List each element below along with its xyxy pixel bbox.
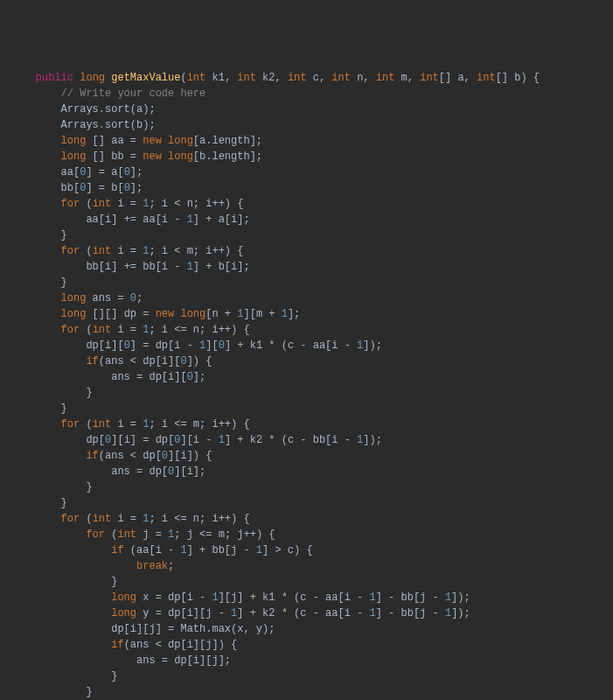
code-token: for xyxy=(61,418,80,430)
code-token xyxy=(162,135,168,147)
code-line: long x = dp[i - 1][j] + k1 * (c - aa[i -… xyxy=(10,590,603,606)
code-token: ][ xyxy=(205,340,218,352)
code-token: if xyxy=(86,450,98,462)
code-editor[interactable]: public long getMaxValue(int k1, int k2, … xyxy=(10,70,603,700)
code-line: } xyxy=(10,401,603,416)
code-line: if(ans < dp[i][j]) { xyxy=(10,637,603,653)
code-token: int xyxy=(93,418,112,430)
code-token: Arrays.sort(a); xyxy=(61,103,156,116)
code-token: ] + a[i]; xyxy=(193,214,250,226)
code-line: } xyxy=(10,574,603,590)
code-token: } xyxy=(86,686,92,698)
code-line: bb[0] = b[0]; xyxy=(10,180,603,196)
code-token: i = xyxy=(111,245,143,257)
code-token: ][i] = dp[ xyxy=(111,434,174,446)
code-token: Arrays.sort(b); xyxy=(61,119,156,131)
code-line: if(ans < dp[0][i]) { xyxy=(10,448,603,464)
code-token: ]; xyxy=(193,371,205,383)
code-line: dp[i][j] = Math.max(x, y); xyxy=(10,621,603,637)
code-token: [b.length]; xyxy=(193,150,262,163)
code-token: ]); xyxy=(451,592,470,604)
code-token: 1 xyxy=(219,434,225,446)
code-line: dp[0][i] = dp[0][i - 1] + k2 * (c - bb[i… xyxy=(10,432,603,448)
code-token: i = xyxy=(111,198,143,210)
code-token: 0 xyxy=(162,450,168,462)
code-token: } xyxy=(111,576,117,588)
code-token: ]); xyxy=(363,340,382,352)
code-token: ]) { xyxy=(187,355,212,368)
code-token: ; i <= m; i++) { xyxy=(149,418,249,430)
code-line: Arrays.sort(a); xyxy=(10,102,603,117)
code-line: aa[i] += aa[i - 1] + a[i]; xyxy=(10,212,603,228)
code-token: [] b) { xyxy=(496,72,540,84)
code-token: 0 xyxy=(187,371,193,383)
code-token: 1 xyxy=(369,592,375,604)
code-token: long xyxy=(80,72,105,84)
code-token: long xyxy=(111,607,136,620)
code-line: } xyxy=(10,684,603,700)
code-line: for (int i = 1; i < n; i++) { xyxy=(10,196,603,212)
code-token: i = xyxy=(111,418,143,430)
code-token: ] - bb[j - xyxy=(376,607,445,620)
code-line: ans = dp[i][j]; xyxy=(10,653,603,668)
code-token: 1 xyxy=(212,592,218,604)
code-line: } xyxy=(10,275,603,290)
code-token: public xyxy=(36,72,73,84)
code-token: ]; xyxy=(130,166,143,178)
code-line: for (int i = 1; i <= n; i++) { xyxy=(10,322,603,338)
code-token: (aa[i - xyxy=(124,544,181,556)
code-token: i = xyxy=(111,513,143,525)
code-token: for xyxy=(61,198,80,210)
code-token: j = xyxy=(136,528,168,541)
code-line: Arrays.sort(b); xyxy=(10,117,603,133)
code-token: c, xyxy=(307,72,332,84)
code-token: 0 xyxy=(180,355,186,368)
code-line: } xyxy=(10,495,603,511)
code-line: ans = dp[0][i]; xyxy=(10,464,603,480)
code-token: int xyxy=(117,528,136,541)
code-token: } xyxy=(61,229,67,242)
code-token: ; j <= m; j++) { xyxy=(174,528,275,541)
code-token: ] > c) { xyxy=(262,544,313,556)
code-token: ( xyxy=(105,528,117,541)
code-token: int xyxy=(477,72,496,84)
code-token: ans = dp[ xyxy=(111,466,168,478)
code-token: ]; xyxy=(130,182,143,194)
code-token: dp[i][ xyxy=(86,340,123,352)
code-line: if(ans < dp[i][0]) { xyxy=(10,354,603,369)
code-token: if xyxy=(111,544,123,556)
code-line: bb[i] += bb[i - 1] + b[i]; xyxy=(10,259,603,275)
code-token: dp[i][j] = Math.max(x, y); xyxy=(111,623,275,635)
code-token: } xyxy=(86,387,92,399)
code-token: int xyxy=(376,72,395,84)
code-token: aa[ xyxy=(61,166,80,178)
code-line: long [] bb = new long[b.length]; xyxy=(10,149,603,164)
code-token: (ans < dp[i][ xyxy=(99,355,181,368)
code-line: public long getMaxValue(int k1, int k2, … xyxy=(10,70,603,86)
code-token: y = dp[i][j - xyxy=(136,607,231,620)
code-token: getMaxValue xyxy=(111,72,180,84)
code-token: for xyxy=(61,324,80,336)
code-line: } xyxy=(10,668,603,684)
code-token: ( xyxy=(80,418,92,430)
code-token: ( xyxy=(80,245,92,257)
code-token: ] + bb[j - xyxy=(187,544,256,556)
code-line: ans = dp[i][0]; xyxy=(10,369,603,385)
code-token xyxy=(162,150,168,163)
code-token: ( xyxy=(80,513,92,525)
code-token: break xyxy=(136,560,168,572)
code-token: long xyxy=(168,150,193,163)
code-token: ]; xyxy=(288,308,300,320)
code-line: } xyxy=(10,480,603,495)
code-token: i = xyxy=(111,324,143,336)
code-token: } xyxy=(86,481,92,494)
code-token: long xyxy=(61,292,87,304)
code-token: int xyxy=(237,72,256,84)
code-token: n, xyxy=(351,72,376,84)
code-token: new xyxy=(143,150,162,163)
code-token: ; i <= n; i++) { xyxy=(149,513,249,525)
code-token: ; i < m; i++) { xyxy=(149,245,243,257)
code-line: long y = dp[i][j - 1] + k2 * (c - aa[i -… xyxy=(10,606,603,621)
code-token: ( xyxy=(80,324,92,336)
code-token: for xyxy=(86,528,105,541)
